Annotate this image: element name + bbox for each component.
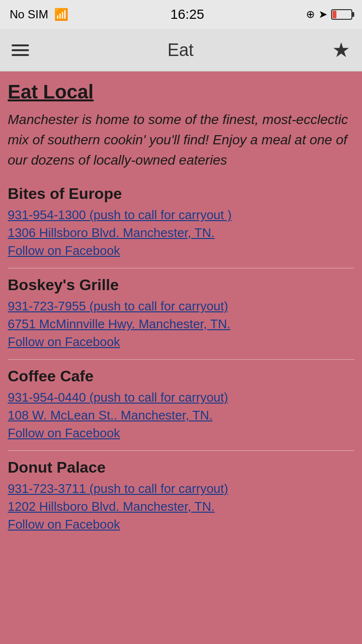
restaurant-item: Coffee Cafe 931-954-0440 (push to call f… (8, 359, 354, 441)
restaurant-phone[interactable]: 931-954-1300 (push to call for carryout … (8, 208, 354, 223)
restaurant-address[interactable]: 1306 Hillsboro Blvd. Manchester, TN. (8, 225, 354, 240)
restaurant-address[interactable]: 6751 McMinnville Hwy. Manchester, TN. (8, 317, 354, 332)
restaurant-address[interactable]: 1202 Hillsboro Blvd. Manchester, TN. (8, 499, 354, 514)
nav-bar: Eat ★ (0, 29, 362, 71)
restaurant-name: Coffee Cafe (8, 367, 354, 385)
intro-text: Manchester is home to some of the finest… (8, 110, 354, 170)
restaurant-name: Donut Palace (8, 459, 354, 476)
restaurant-facebook-link[interactable]: Follow on Facebook (8, 243, 354, 258)
favorites-button[interactable]: ★ (332, 38, 350, 62)
restaurant-item: Boskey's Grille 931-723-7955 (push to ca… (8, 268, 354, 350)
main-content: Eat Local Manchester is home to some of … (0, 71, 362, 644)
restaurant-phone[interactable]: 931-723-3711 (push to call for carryout) (8, 481, 354, 496)
battery-icon (331, 9, 352, 20)
section-title: Eat Local (8, 81, 354, 103)
status-bar: No SIM 📶 16:25 ⊕ ➤ (0, 0, 362, 29)
restaurant-address[interactable]: 108 W. McLean St.. Manchester, TN. (8, 408, 354, 423)
menu-line-1 (12, 44, 29, 46)
status-time: 16:25 (170, 7, 204, 22)
restaurant-item: Bites of Europe 931-954-1300 (push to ca… (8, 185, 354, 258)
status-right: ⊕ ➤ (306, 8, 352, 21)
carrier-label: No SIM (10, 8, 48, 21)
restaurant-list: Bites of Europe 931-954-1300 (push to ca… (8, 185, 354, 532)
restaurant-item: Donut Palace 931-723-3711 (push to call … (8, 450, 354, 532)
restaurant-facebook-link[interactable]: Follow on Facebook (8, 426, 354, 441)
status-left: No SIM 📶 (10, 8, 69, 21)
wifi-icon: 📶 (54, 8, 69, 21)
location-icon: ⊕ (306, 8, 315, 21)
menu-line-2 (12, 49, 29, 51)
restaurant-facebook-link[interactable]: Follow on Facebook (8, 335, 354, 350)
restaurant-name: Bites of Europe (8, 185, 354, 203)
restaurant-phone[interactable]: 931-954-0440 (push to call for carryout) (8, 390, 354, 405)
nav-title: Eat (167, 40, 194, 60)
restaurant-phone[interactable]: 931-723-7955 (push to call for carryout) (8, 299, 354, 314)
menu-button[interactable] (12, 44, 29, 56)
menu-line-3 (12, 54, 29, 56)
location-arrow-icon: ➤ (319, 8, 327, 21)
restaurant-name: Boskey's Grille (8, 276, 354, 294)
restaurant-facebook-link[interactable]: Follow on Facebook (8, 517, 354, 532)
